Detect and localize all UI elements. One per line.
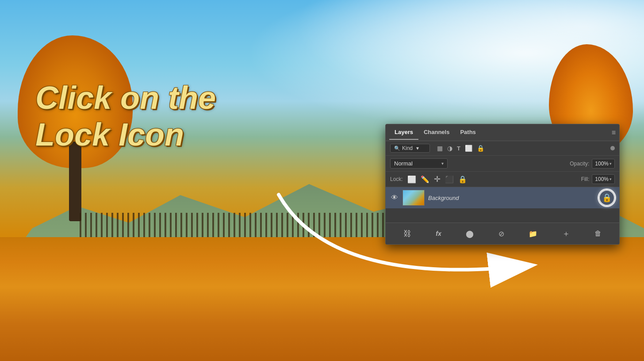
fill-label: Fill:	[581, 176, 590, 182]
lock-artboard-icon[interactable]: ⬛	[445, 175, 454, 184]
tab-paths[interactable]: Paths	[455, 125, 481, 140]
kind-text-icon[interactable]: T	[457, 145, 460, 152]
fill-input[interactable]: 100% ▾	[592, 174, 615, 184]
layer-visibility-icon[interactable]: 👁	[390, 194, 399, 202]
tab-layers[interactable]: Layers	[389, 125, 418, 140]
opacity-arrow: ▾	[610, 161, 612, 166]
fill-group: Fill: 100% ▾	[581, 174, 615, 184]
fill-arrow: ▾	[610, 177, 612, 181]
fill-value-text: 100%	[595, 176, 609, 182]
layer-thumbnail	[402, 190, 425, 206]
tab-channels[interactable]: Channels	[418, 125, 455, 140]
panel-toolbar: ⛓ fx ⬤ ⊘ 📁 ＋ 🗑	[386, 223, 619, 244]
blend-dropdown-arrow: ▾	[441, 161, 444, 166]
opacity-label: Opacity:	[570, 161, 589, 167]
instruction-line2: Lock Icon	[35, 116, 216, 153]
lock-image-icon[interactable]: ✏️	[421, 175, 429, 184]
opacity-value-text: 100%	[595, 161, 609, 167]
lock-transparent-icon[interactable]: ⬜	[407, 175, 416, 184]
layer-name: Background	[428, 195, 595, 201]
kind-label: Kind	[402, 145, 413, 151]
panel-tab-bar: Layers Channels Paths ≡	[386, 124, 619, 141]
lock-all-icon[interactable]: 🔒	[458, 175, 467, 184]
panel-menu-button[interactable]: ≡	[612, 129, 616, 137]
kind-adjustment-icon[interactable]: ◑	[447, 145, 452, 152]
layer-item-background[interactable]: 👁 Background 🔒	[386, 187, 619, 209]
kind-smart-icon[interactable]: 🔒	[477, 145, 484, 152]
kind-filter-icons: ▦ ◑ T ⬜ 🔒	[437, 145, 484, 152]
kind-pixel-icon[interactable]: ▦	[437, 145, 443, 152]
tree-left-trunk	[69, 142, 81, 221]
search-icon: 🔍	[394, 146, 400, 151]
layer-lock-button[interactable]: 🔒	[599, 190, 615, 206]
group-layers-button[interactable]: 📁	[527, 228, 539, 240]
kind-shape-icon[interactable]: ⬜	[465, 145, 472, 152]
blend-mode-dropdown[interactable]: Normal ▾	[390, 158, 448, 169]
kind-dropdown-arrow: ▾	[416, 145, 419, 151]
layers-panel: Layers Channels Paths ≡ 🔍 Kind ▾ ▦ ◑ T ⬜…	[385, 124, 620, 245]
kind-dot-indicator	[610, 146, 615, 150]
adjustment-layer-button[interactable]: ⊘	[497, 228, 506, 240]
blend-opacity-row: Normal ▾ Opacity: 100% ▾	[386, 156, 619, 172]
lock-icons-group: ⬜ ✏️ ✛ ⬛ 🔒	[407, 174, 467, 184]
add-mask-button[interactable]: ⬤	[464, 228, 475, 240]
link-layers-button[interactable]: ⛓	[402, 227, 413, 240]
layer-list: 👁 Background 🔒	[386, 187, 619, 223]
blend-mode-value: Normal	[394, 160, 413, 167]
layer-effects-button[interactable]: fx	[434, 228, 443, 239]
new-layer-button[interactable]: ＋	[560, 227, 572, 241]
lock-label: Lock:	[390, 176, 403, 182]
instruction-line1: Click on the	[35, 80, 216, 116]
kind-search-dropdown[interactable]: 🔍 Kind ▾	[390, 144, 430, 153]
kind-filter-row: 🔍 Kind ▾ ▦ ◑ T ⬜ 🔒	[386, 141, 619, 156]
lock-row: Lock: ⬜ ✏️ ✛ ⬛ 🔒 Fill: 100% ▾	[386, 172, 619, 187]
instruction-text: Click on the Lock Icon	[35, 80, 216, 153]
opacity-group: Opacity: 100% ▾	[570, 159, 615, 169]
golden-field	[0, 237, 644, 361]
delete-layer-button[interactable]: 🗑	[593, 228, 603, 239]
lock-position-icon[interactable]: ✛	[434, 174, 441, 184]
opacity-input[interactable]: 100% ▾	[592, 159, 615, 169]
